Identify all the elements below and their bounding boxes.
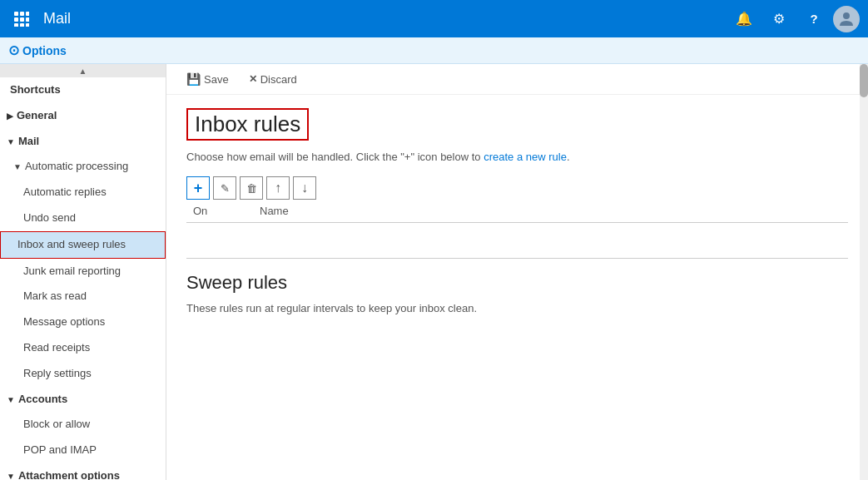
back-circle-icon: ⊙: [8, 42, 19, 58]
col-header-on: On: [186, 200, 253, 223]
discard-icon: ✕: [249, 73, 257, 85]
table-row: [186, 223, 848, 234]
svg-rect-3: [14, 17, 18, 22]
options-link[interactable]: ⊙ Options: [8, 42, 67, 58]
bell-icon[interactable]: 🔔: [728, 3, 760, 35]
edit-rule-button[interactable]: ✎: [213, 176, 236, 200]
add-rule-button[interactable]: +: [186, 176, 210, 200]
move-up-button[interactable]: ↑: [266, 176, 290, 200]
section-divider: [186, 258, 848, 259]
inbox-rules-description: Choose how email will be handled. Click …: [186, 151, 848, 163]
sweep-rules-description: These rules run at regular intervals to …: [186, 302, 848, 314]
main-layout: ▲ Shortcuts ▶General ▼Mail ▼Automatic pr…: [0, 64, 868, 480]
content-scrollbar-thumb: [860, 64, 868, 97]
content-toolbar: 💾 Save ✕ Discard: [166, 64, 868, 95]
sidebar-item-undo-send[interactable]: Undo send: [0, 205, 166, 231]
sidebar-item-read-receipts[interactable]: Read receipts: [0, 335, 166, 361]
options-label: Options: [22, 44, 67, 57]
avatar[interactable]: [833, 6, 860, 32]
svg-rect-6: [14, 23, 18, 27]
grid-icon[interactable]: [8, 6, 35, 32]
sidebar-item-message-options[interactable]: Message options: [0, 309, 166, 335]
sidebar-item-reply-settings[interactable]: Reply settings: [0, 361, 166, 387]
svg-rect-1: [20, 12, 24, 16]
topbar: Mail 🔔 ⚙ ?: [0, 0, 868, 37]
sidebar: ▲ Shortcuts ▶General ▼Mail ▼Automatic pr…: [0, 64, 166, 480]
svg-rect-7: [20, 23, 24, 27]
gear-icon[interactable]: ⚙: [763, 3, 795, 35]
app-title: Mail: [43, 10, 728, 27]
svg-rect-2: [26, 12, 29, 16]
move-down-button[interactable]: ↓: [293, 176, 316, 200]
sidebar-item-block-or-allow[interactable]: Block or allow: [0, 412, 166, 438]
sidebar-item-pop-imap[interactable]: POP and IMAP: [0, 438, 166, 463]
sidebar-item-automatic-replies[interactable]: Automatic replies: [0, 180, 166, 205]
subheader: ⊙ Options: [0, 37, 868, 64]
content-body: Inbox rules Choose how email will be han…: [166, 95, 868, 328]
help-icon[interactable]: ?: [798, 3, 830, 35]
rules-table: On Name: [186, 200, 848, 233]
sweep-rules-title: Sweep rules: [186, 272, 848, 294]
save-button[interactable]: 💾 Save: [183, 71, 232, 87]
sidebar-item-accounts[interactable]: ▼Accounts: [0, 387, 166, 413]
sidebar-item-junk-email[interactable]: Junk email reporting: [0, 259, 166, 285]
svg-rect-5: [26, 17, 29, 22]
svg-rect-4: [20, 17, 24, 22]
inbox-rules-title: Inbox rules: [186, 108, 309, 141]
svg-rect-0: [14, 12, 18, 16]
save-icon: 💾: [186, 72, 201, 86]
content-scrollbar[interactable]: [860, 64, 868, 480]
sidebar-item-mail[interactable]: ▼Mail: [0, 129, 166, 155]
svg-rect-8: [26, 23, 29, 27]
svg-point-9: [843, 12, 850, 19]
col-header-name: Name: [253, 200, 848, 223]
content-area: 💾 Save ✕ Discard Inbox rules Choose how …: [166, 64, 868, 480]
topbar-actions: 🔔 ⚙ ?: [728, 3, 860, 35]
sidebar-item-shortcuts[interactable]: Shortcuts: [0, 77, 166, 103]
sidebar-scroll-up[interactable]: ▲: [0, 64, 166, 77]
delete-rule-button[interactable]: 🗑: [240, 176, 263, 200]
sidebar-item-attachment-options[interactable]: ▼Attachment options: [0, 463, 166, 480]
sidebar-item-inbox-sweep-rules[interactable]: Inbox and sweep rules: [0, 231, 166, 259]
create-rule-link[interactable]: create a new rule: [484, 151, 567, 163]
rules-toolbar: + ✎ 🗑 ↑ ↓: [186, 176, 848, 200]
sidebar-item-general[interactable]: ▶General: [0, 103, 166, 129]
discard-button[interactable]: ✕ Discard: [246, 72, 300, 87]
sidebar-item-automatic-processing[interactable]: ▼Automatic processing: [0, 154, 166, 180]
sidebar-item-mark-as-read[interactable]: Mark as read: [0, 284, 166, 309]
